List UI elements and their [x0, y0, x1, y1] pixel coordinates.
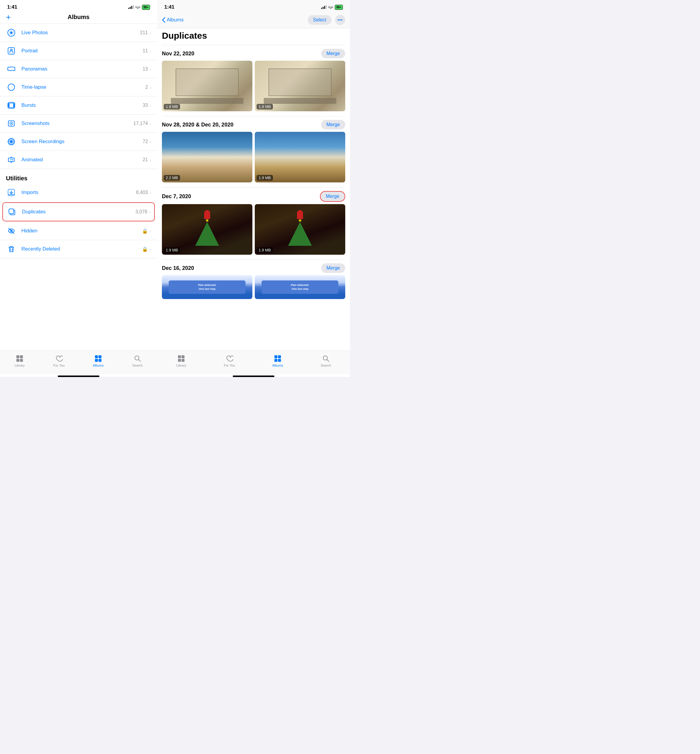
screenrecordings-icon [6, 136, 17, 147]
plan-text-4a: Plan Selected:One last step [169, 280, 245, 294]
svg-rect-29 [98, 355, 102, 358]
plan-text-4b: Plan Selected:One last step [262, 280, 338, 294]
duplicates-scroll-area[interactable]: Nov 22, 2020 Merge 1.9 MB 1.9 MB Nov 28, [157, 45, 350, 351]
album-count-portrait: 11 [142, 48, 148, 53]
dup-photo-3b[interactable]: ★ 1.9 MB [255, 204, 345, 255]
back-label: Albums [167, 17, 184, 23]
album-item-screen-recordings[interactable]: Screen Recordings 72 › [0, 133, 157, 151]
back-button[interactable]: Albums [162, 17, 184, 23]
dup-photo-2b[interactable]: 1.9 MB [255, 132, 345, 183]
svg-line-43 [327, 360, 329, 362]
album-item-imports[interactable]: Imports 8,403 › [0, 184, 157, 202]
album-count-panoramas: 13 [142, 66, 148, 72]
search-tab-label-right: Search [321, 364, 331, 367]
left-time: 1:41 [7, 4, 17, 10]
svg-rect-37 [181, 359, 184, 362]
photo-size-badge-3b: 1.9 MB [256, 247, 273, 253]
svg-rect-28 [95, 355, 98, 358]
svg-rect-16 [8, 158, 14, 162]
tab-library-right[interactable]: Library [157, 353, 205, 368]
tab-albums-left[interactable]: Albums [78, 353, 118, 368]
duplicates-title-area: Duplicates [157, 28, 350, 45]
album-name-screenshots: Screenshots [22, 120, 133, 126]
album-item-portrait[interactable]: Portrait 11 › [0, 42, 157, 60]
svg-point-4 [11, 49, 12, 51]
album-count-timelapse: 2 [145, 84, 148, 90]
albums-tab-icon [94, 354, 102, 363]
album-count-screen-recordings: 72 [142, 139, 148, 144]
album-item-duplicates[interactable]: Duplicates 3,078 › [2, 202, 155, 222]
tab-library-left[interactable]: Library [0, 353, 39, 368]
album-name-panoramas: Panoramas [22, 66, 142, 72]
duplicate-group-1: Nov 22, 2020 Merge 1.9 MB 1.9 MB [157, 45, 350, 116]
svg-rect-7 [9, 103, 13, 108]
home-indicator-right [233, 376, 274, 377]
dup-photo-4b[interactable]: Plan Selected:One last step [255, 275, 345, 299]
photo-size-badge-1b: 1.9 MB [256, 104, 273, 109]
recently-deleted-icon [6, 244, 17, 254]
album-item-screenshots[interactable]: Screenshots 17,174 › [0, 114, 157, 133]
tab-search-left[interactable]: Search [118, 353, 157, 368]
album-list: Live Photos 211 › Portrait 11 › Pa [0, 24, 157, 351]
dup-photo-1b[interactable]: 1.9 MB [255, 61, 345, 111]
album-item-live-photos[interactable]: Live Photos 211 › [0, 24, 157, 42]
for-you-tab-icon-right [225, 354, 234, 363]
albums-tab-label-right: Albums [272, 364, 283, 367]
svg-rect-38 [274, 355, 277, 358]
albums-tab-icon-right [273, 354, 282, 363]
select-button[interactable]: Select [308, 15, 331, 25]
dup-photo-3a[interactable]: ★ 1.9 MB [162, 204, 252, 255]
left-status-icons: 98+ [128, 5, 150, 10]
dup-photo-2a[interactable]: 2.2 MB [162, 132, 252, 183]
merge-button-4[interactable]: Merge [321, 263, 345, 273]
tab-for-you-right[interactable]: For You [205, 353, 253, 368]
duplicates-icon [6, 206, 17, 217]
more-button[interactable]: ••• [335, 15, 345, 25]
albums-tab-label: Albums [93, 364, 104, 367]
album-count-live-photos: 211 [140, 30, 148, 36]
photo-size-badge-2b: 1.9 MB [256, 175, 273, 181]
for-you-tab-label: For You [53, 364, 64, 367]
live-photos-icon [6, 27, 17, 38]
svg-rect-21 [9, 209, 14, 214]
svg-rect-39 [278, 355, 281, 358]
utilities-section-header: Utilities [0, 169, 157, 184]
album-item-timelapse[interactable]: Time-lapse 2 › [0, 78, 157, 97]
svg-point-12 [11, 123, 12, 124]
svg-rect-17 [12, 159, 12, 161]
svg-rect-41 [278, 359, 281, 362]
tab-search-right[interactable]: Search [302, 353, 350, 368]
svg-rect-34 [178, 355, 181, 358]
svg-line-33 [139, 360, 141, 362]
right-nav-bar: Albums Select ••• [157, 12, 350, 28]
tab-for-you-left[interactable]: For You [39, 353, 78, 368]
album-item-hidden[interactable]: Hidden 🔒 › [0, 222, 157, 240]
dup-group-header-4: Dec 16, 2020 Merge [162, 259, 345, 275]
add-album-button[interactable]: + [6, 13, 11, 22]
album-item-animated[interactable]: Animated 21 › [0, 151, 157, 169]
duplicate-group-4: Dec 16, 2020 Merge Plan Selected:One las… [157, 259, 350, 304]
dup-photo-4a[interactable]: Plan Selected:One last step [162, 275, 252, 299]
timelapse-icon [6, 82, 17, 92]
album-name-imports: Imports [22, 189, 136, 195]
merge-button-3[interactable]: Merge [320, 191, 345, 202]
svg-rect-27 [20, 359, 23, 362]
portrait-icon [6, 45, 17, 56]
albums-header: + Albums [0, 12, 157, 24]
dup-photo-1a[interactable]: 1.9 MB [162, 61, 252, 111]
album-item-bursts[interactable]: Bursts 33 › [0, 97, 157, 114]
album-name-bursts: Bursts [22, 102, 142, 108]
left-status-bar: 1:41 98+ [0, 0, 157, 12]
chevron-icon: › [150, 190, 151, 195]
album-item-recently-deleted[interactable]: Recently Deleted 🔒 › [0, 240, 157, 258]
merge-button-2[interactable]: Merge [321, 120, 345, 130]
album-name-timelapse: Time-lapse [22, 84, 145, 90]
album-name-hidden: Hidden [22, 228, 142, 234]
album-item-panoramas[interactable]: Panoramas 13 › [0, 60, 157, 78]
svg-rect-30 [95, 359, 98, 362]
merge-button-1[interactable]: Merge [321, 49, 345, 58]
tab-albums-right[interactable]: Albums [253, 353, 302, 368]
svg-point-14 [10, 140, 13, 143]
screenshots-icon [6, 118, 17, 129]
library-tab-label-right: Library [176, 364, 186, 367]
